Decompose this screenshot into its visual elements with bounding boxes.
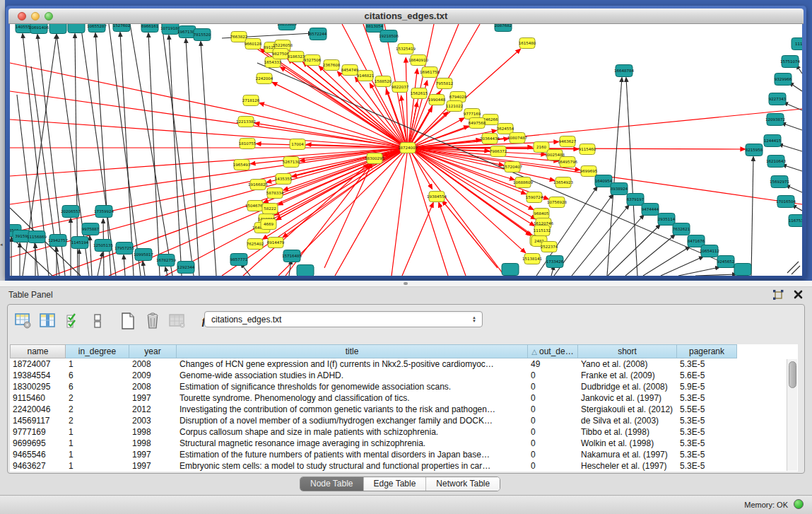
network-node[interactable]: 9327506 xyxy=(304,55,322,66)
network-node[interactable]: 19384554 xyxy=(427,192,447,202)
network-node[interactable]: 16495796 xyxy=(558,157,577,168)
network-node[interactable]: 8938924 xyxy=(611,183,628,195)
network-node[interactable]: 6966161 xyxy=(141,24,159,33)
close-panel-icon[interactable] xyxy=(793,289,804,300)
network-node[interactable]: 10688609 xyxy=(513,177,533,188)
network-node[interactable]: 1292344 xyxy=(177,262,195,274)
network-node[interactable]: 1733426 xyxy=(546,256,564,268)
network-node[interactable]: 9822037 xyxy=(392,82,409,93)
network-node[interactable]: 9463627 xyxy=(559,136,577,147)
network-node[interactable]: 20206553 xyxy=(61,206,81,218)
show-columns-button[interactable] xyxy=(37,310,59,332)
table-row[interactable]: 969969511998Structural magnetic resonanc… xyxy=(10,438,798,449)
network-node[interactable]: 8215958 xyxy=(746,144,763,156)
network-node[interactable]: 10807487 xyxy=(507,133,527,144)
network-node[interactable]: 2935114 xyxy=(658,214,676,226)
network-node[interactable]: 58222 xyxy=(262,204,278,214)
network-node[interactable]: 6379197 xyxy=(627,194,645,206)
network-node[interactable] xyxy=(297,265,314,276)
network-node[interactable]: 1965493 xyxy=(233,160,251,170)
table-row[interactable]: 1830029562008Estimation of significance … xyxy=(10,381,798,392)
network-node[interactable]: 10756928 xyxy=(547,197,567,208)
network-node[interactable]: 9857771 xyxy=(230,254,248,266)
network-node[interactable]: 1590724 xyxy=(526,192,543,203)
column-header-name[interactable]: name xyxy=(10,344,66,358)
network-node[interactable]: 9146821 xyxy=(357,71,375,81)
network-node[interactable]: 1244415 xyxy=(764,135,782,147)
network-node[interactable]: 5878334 xyxy=(266,188,284,199)
scrollbar-thumb[interactable] xyxy=(789,361,796,388)
network-canvas[interactable]: 1872400718300295193845547663822966012889… xyxy=(10,24,802,276)
network-node[interactable]: 15138141 xyxy=(522,254,542,264)
float-panel-icon[interactable] xyxy=(772,290,784,300)
divider-grip[interactable] xyxy=(404,282,408,285)
network-node[interactable]: 1117 xyxy=(792,38,802,50)
table-row[interactable]: 946362711997Embryonic stem cells: a mode… xyxy=(10,460,798,472)
network-node[interactable]: 12942757 xyxy=(48,235,68,247)
network-node[interactable]: 4669 xyxy=(261,219,276,230)
network-node[interactable]: 12505135 xyxy=(93,240,113,252)
network-node[interactable]: 1562615 xyxy=(411,88,428,99)
network-node[interactable]: 1810755 xyxy=(239,139,257,149)
network-node[interactable]: 1115132 xyxy=(534,226,551,236)
network-node[interactable]: 1640954 xyxy=(595,175,613,187)
network-node[interactable]: 1435355 xyxy=(275,174,293,185)
network-node[interactable]: 15325419 xyxy=(396,44,416,54)
network-node[interactable]: 7986372 xyxy=(490,146,507,157)
column-header-pagerank[interactable]: pagerank xyxy=(677,344,737,358)
panel-collapse-arrow-icon[interactable]: ◂ xyxy=(0,242,3,247)
table-row[interactable]: 1872400712008Changes of HCN gene express… xyxy=(10,358,798,370)
network-node[interactable]: 8572244 xyxy=(310,28,327,40)
network-node[interactable]: 1615480 xyxy=(519,38,536,49)
network-node[interactable]: 2087682 xyxy=(495,24,512,32)
network-node[interactable]: 2242004 xyxy=(256,74,273,84)
network-node[interactable] xyxy=(68,24,85,33)
delete-table-button-disabled[interactable] xyxy=(166,310,189,332)
column-header-year[interactable]: year xyxy=(129,344,177,358)
table-row[interactable]: 2242004622012Investigating the contribut… xyxy=(10,404,798,415)
table-settings-button[interactable] xyxy=(12,310,35,332)
network-node[interactable]: 9660128 xyxy=(245,39,262,49)
network-node[interactable]: 16033809 xyxy=(277,24,297,30)
network-node[interactable]: 16782759 xyxy=(156,255,176,267)
network-node[interactable]: 16961758 xyxy=(420,67,440,78)
network-node[interactable]: 2522374 xyxy=(541,242,558,252)
unselect-all-button[interactable] xyxy=(86,310,109,332)
network-node[interactable]: 7815520 xyxy=(194,29,211,41)
new-column-button[interactable] xyxy=(117,310,139,332)
network-node[interactable]: 1588520 xyxy=(375,76,392,87)
network-node[interactable]: 15692971 xyxy=(770,176,789,188)
network-node[interactable] xyxy=(502,264,519,276)
network-node[interactable]: 6914479 xyxy=(267,238,285,248)
table-row[interactable]: 911546021997Tourette syndrome. Phenomeno… xyxy=(10,392,798,404)
tab-network-table[interactable]: Network Table xyxy=(426,477,500,491)
network-node[interactable]: 1121022 xyxy=(446,101,464,112)
network-node[interactable]: 1527602 xyxy=(113,24,131,32)
network-node[interactable]: 10655287 xyxy=(87,24,107,33)
network-node[interactable]: 15751074 xyxy=(780,56,800,68)
network-node[interactable]: 19218506 xyxy=(379,30,399,42)
network-window-titlebar[interactable]: citations_edges.txt xyxy=(8,8,804,24)
table-row[interactable]: 946554611997Estimation of the future num… xyxy=(10,449,798,460)
network-node[interactable]: 16648784 xyxy=(614,65,634,77)
network-node[interactable]: 2160 xyxy=(534,142,549,153)
network-node[interactable]: 9329966 xyxy=(775,74,792,86)
column-header-title[interactable]: title xyxy=(177,344,528,358)
network-node[interactable]: 2718126 xyxy=(242,95,260,106)
network-node[interactable]: 17004 xyxy=(290,139,305,150)
network-node[interactable]: 6497568 xyxy=(469,118,486,129)
network-node[interactable]: 11156869 xyxy=(27,231,47,243)
network-node[interactable]: 15716485 xyxy=(282,250,302,262)
network-node[interactable]: 19166825 xyxy=(248,180,268,190)
network-node[interactable]: 1990448 xyxy=(428,95,446,105)
network-node[interactable] xyxy=(734,264,751,276)
network-node[interactable]: 18300295 xyxy=(365,153,384,164)
network-node[interactable]: 10654112 xyxy=(700,245,719,257)
column-header-in_degree[interactable]: in_degree xyxy=(66,344,129,358)
network-node[interactable]: 18640910 xyxy=(408,55,428,66)
select-all-button[interactable] xyxy=(61,310,84,332)
network-node[interactable]: 12213382 xyxy=(236,117,256,127)
network-node[interactable]: 15720407 xyxy=(502,162,522,173)
network-node[interactable]: 20691406 xyxy=(29,24,49,34)
table-row[interactable]: 1456911722003Disruption of a novel membe… xyxy=(10,415,798,426)
